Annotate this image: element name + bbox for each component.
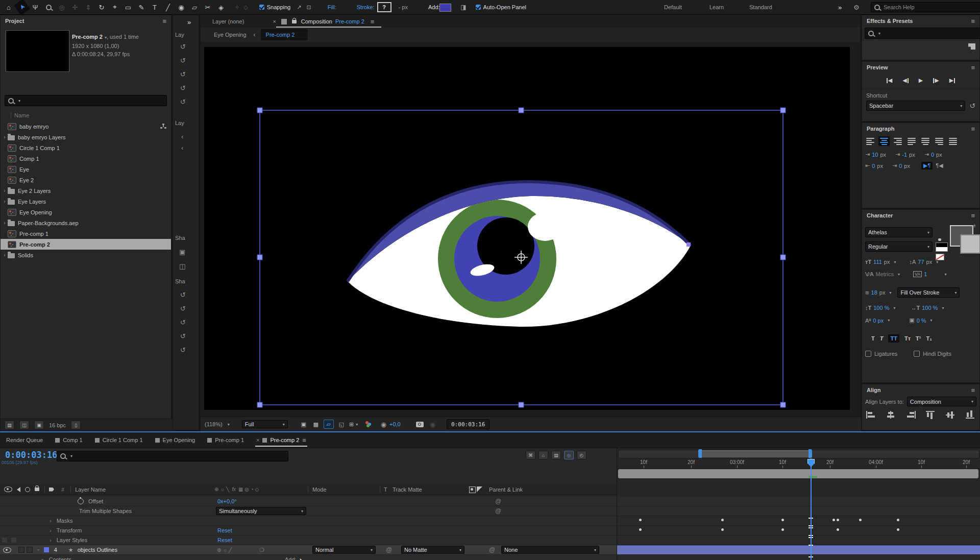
first-frame-button[interactable]: ◀ [884, 76, 895, 85]
transparency-grid-icon[interactable]: ▩ [311, 420, 321, 428]
subscript-button[interactable]: T₁ [926, 335, 932, 342]
region-of-interest-icon[interactable]: ◱ [337, 420, 346, 428]
collapsed-tool-icon[interactable]: ↺ [180, 70, 186, 84]
panel-menu-icon[interactable]: ≡ [971, 17, 975, 25]
panel-menu-icon[interactable]: ≡ [971, 125, 975, 133]
work-area-segment[interactable] [702, 450, 808, 457]
more-workspaces-icon[interactable]: » [838, 4, 842, 11]
project-item-circle-1-comp-1[interactable]: Circle 1 Comp 1 [1, 142, 171, 153]
crumb-current-tab[interactable]: Pre-comp 2 [261, 29, 308, 40]
parent-pickwhip-icon[interactable]: @ [489, 546, 495, 553]
layer-row-objects-outlines[interactable]: › 4 ★ objects Outlines ⊕ ☼ ╱ ❍ Normal▾ @… [0, 545, 617, 555]
project-bpc[interactable]: 16 bpc [49, 422, 66, 428]
track-matte-select[interactable]: No Matte▾ [401, 546, 464, 554]
work-area-start-handle[interactable] [698, 449, 702, 458]
small-caps-button[interactable]: Tᴛ [904, 335, 911, 342]
pan-camera-tool[interactable]: ✢ [69, 2, 81, 13]
work-area-end-handle[interactable] [808, 449, 812, 458]
magnification-value[interactable]: (118%) [205, 421, 223, 427]
transform-reset-link[interactable]: Reset [217, 527, 232, 533]
collapsed-tool-icon[interactable]: ↺ [180, 57, 186, 70]
panel-menu-icon[interactable]: ≡ [971, 64, 975, 71]
mode-column-header[interactable]: Mode [312, 486, 327, 493]
project-item-solids[interactable]: ›Solids [1, 250, 171, 260]
search-options-icon[interactable]: ▾ [18, 99, 20, 103]
align-vertical-center-button[interactable] [946, 411, 955, 419]
interpret-footage-icon[interactable]: ▤ [5, 421, 14, 429]
workspace-standard[interactable]: Standard [749, 4, 772, 10]
project-search-box[interactable]: ▾ [5, 95, 167, 106]
project-item-pre-comp-1[interactable]: Pre-comp 1 [1, 228, 171, 239]
pickwhip-icon[interactable]: @ [495, 507, 501, 515]
name-column-header[interactable]: Name [11, 112, 29, 118]
next-frame-button[interactable]: ▶ [930, 76, 942, 85]
expand-panel-icon[interactable] [968, 43, 975, 50]
panel-menu-icon[interactable]: ≡ [971, 386, 975, 394]
frame-blending-icon[interactable]: ▤ [551, 451, 561, 459]
collapsed-tab-layer-2[interactable]: Lay [175, 120, 184, 126]
collapsed-tab-shape-2[interactable]: Sha [175, 278, 185, 284]
project-item-eye-opening[interactable]: Eye Opening [1, 207, 171, 217]
ligatures-checkbox[interactable] [865, 351, 871, 357]
collapsed-tool-icon[interactable]: ▣ [179, 248, 185, 262]
auto-open-checkbox[interactable] [476, 5, 481, 10]
collapsed-tool-icon[interactable]: ◫ [179, 262, 185, 277]
font-family-select[interactable]: Athelas▾ [865, 227, 933, 237]
type-tool[interactable]: T [149, 2, 161, 13]
pen-tool[interactable]: ✎ [135, 2, 148, 13]
keyframe-masks[interactable] [781, 519, 784, 521]
kerning-value[interactable]: Metrics [876, 271, 894, 277]
collapsed-tool-icon[interactable]: ↺ [180, 43, 186, 57]
expand-icon[interactable]: › [2, 188, 8, 193]
hand-tool[interactable]: Ψ [29, 2, 41, 13]
video-column-icon[interactable] [4, 486, 12, 492]
solo-column-icon[interactable] [25, 487, 30, 492]
orbit-camera-tool[interactable]: ◎ [56, 2, 68, 13]
graph-editor-icon[interactable]: ◴ [577, 451, 586, 459]
timeline-tab-eye-opening[interactable]: Eye Opening [149, 432, 202, 448]
align-top-edges-button[interactable] [926, 411, 936, 419]
fill-label[interactable]: Fill: [328, 4, 336, 10]
faux-italic-button[interactable]: T [880, 335, 884, 342]
mask-feather-icon[interactable]: ✧ [235, 4, 239, 11]
project-item-baby-emryo[interactable]: baby emryo [1, 121, 171, 132]
timeline-tab-pre-comp-1[interactable]: Pre-comp 1 [201, 432, 250, 448]
layer-mask-icon[interactable]: ❍ [259, 547, 264, 553]
panel-overflow-icon[interactable]: » [187, 18, 191, 26]
leading-value[interactable]: 77 [918, 259, 924, 265]
panel-menu-icon[interactable]: ≡ [162, 17, 166, 25]
snapping-checkbox[interactable] [259, 5, 264, 10]
close-tab-icon[interactable]: × [273, 18, 276, 25]
pickwhip-icon[interactable]: @ [495, 498, 501, 505]
collapsed-tool-icon[interactable]: ‹ [181, 144, 183, 155]
trim-mode-select[interactable]: Simultaneously▾ [216, 507, 306, 515]
timeline-tab-circle-1-comp-1[interactable]: Circle 1 Comp 1 [89, 432, 149, 448]
rectangle-shape-tool[interactable]: ▭ [122, 2, 134, 13]
snap-along-edges-icon[interactable]: ↗ [297, 4, 301, 11]
collapsed-tool-icon[interactable]: ↺ [180, 84, 186, 98]
tab-layer[interactable]: Layer (none) [212, 18, 244, 25]
clone-stamp-tool[interactable]: ◉ [175, 2, 187, 13]
stopwatch-icon[interactable] [78, 498, 84, 504]
composition-mini-flowchart-icon[interactable]: ⌘ [526, 451, 535, 459]
expand-icon[interactable]: › [2, 134, 8, 140]
indent-first-value[interactable]: -1 [902, 152, 907, 158]
current-timecode[interactable]: 0:00:03:16 [5, 450, 57, 460]
home-tool[interactable]: ⌂ [3, 2, 15, 13]
expand-icon[interactable]: › [50, 537, 52, 543]
timeline-tab-render-queue[interactable]: Render Queue [0, 432, 49, 448]
motion-blur-icon[interactable]: ◎ [564, 451, 574, 459]
selected-layer-duration-bar[interactable] [617, 545, 980, 555]
collapsed-tool-icon[interactable]: ↺ [180, 305, 186, 319]
font-style-select[interactable]: Regular▾ [865, 241, 933, 252]
puppet-pin-tool[interactable]: ◈ [215, 2, 227, 13]
font-size-value[interactable]: 111 [873, 259, 882, 265]
align-center-button[interactable] [878, 136, 890, 146]
add-property-icon[interactable]: ◑ [299, 556, 302, 560]
project-item-comp-1[interactable]: Comp 1 [1, 153, 171, 164]
align-left-button[interactable] [865, 136, 876, 146]
collapsed-tab-shape[interactable]: Sha [175, 235, 185, 241]
layer-name-column-header[interactable]: Layer Name [75, 486, 106, 493]
selection-tool[interactable]: ➤ [14, 0, 30, 15]
align-right-edges-button[interactable] [906, 411, 916, 419]
